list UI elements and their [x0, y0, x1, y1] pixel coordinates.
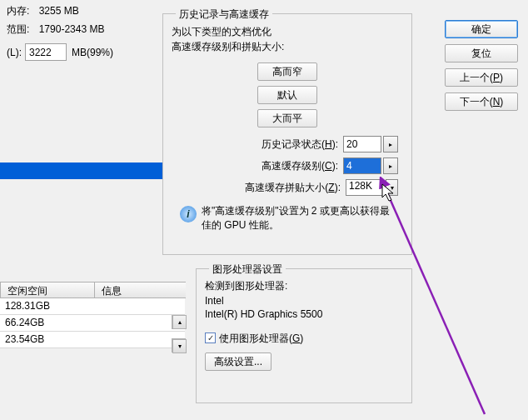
th-info[interactable]: 信息	[94, 282, 186, 298]
history-input[interactable]	[343, 136, 381, 152]
advanced-settings-button[interactable]: 高级设置...	[205, 352, 271, 371]
cache-level-row: 高速缓存级别(C): ▸	[172, 158, 398, 174]
memory-unit: MB(99%)	[72, 47, 113, 58]
memory-panel: 内存: 3255 MB 范围: 1790-2343 MB (L): MB(99%…	[0, 0, 158, 61]
info-text: 将"高速缓存级别"设置为 2 或更高以获得最佳的 GPU 性能。	[202, 204, 398, 232]
preset-buttons: 高而窄 默认 大而平	[172, 62, 403, 128]
chevron-down-icon[interactable]: ▾	[386, 179, 398, 196]
memory-input[interactable]	[25, 43, 67, 61]
cache-level-stepper[interactable]: ▸	[343, 158, 398, 174]
tile-size-value[interactable]: 128K	[346, 179, 384, 196]
gpu-model: Intel(R) HD Graphics 5500	[205, 308, 403, 320]
memory-row: 内存: 3255 MB	[7, 4, 158, 18]
cache-line1: 为以下类型的文档优化	[172, 24, 403, 39]
triangle-right-icon[interactable]: ▸	[383, 158, 398, 174]
cache-legend: 历史记录与高速缓存	[176, 8, 272, 22]
th-free-space[interactable]: 空闲空间	[0, 282, 94, 298]
gpu-legend: 图形处理器设置	[209, 262, 286, 277]
cache-level-label: 高速缓存级别(C):	[262, 159, 338, 173]
memory-input-label: (L):	[7, 47, 22, 58]
ok-button[interactable]: 确定	[445, 20, 518, 38]
gpu-vendor: Intel	[205, 295, 403, 307]
range-row: 范围: 1790-2343 MB	[7, 22, 158, 37]
tile-size-select[interactable]: 128K ▾	[346, 179, 398, 196]
memory-value: 3255 MB	[39, 5, 79, 17]
table-header: 空闲空间 信息	[0, 282, 187, 298]
cache-frame: 历史记录与高速缓存 为以下类型的文档优化 高速缓存级别和拼贴大小: 高而窄 默认…	[162, 13, 412, 255]
history-stepper[interactable]: ▸	[343, 136, 398, 152]
history-row: 历史记录状态(H): ▸	[172, 136, 398, 152]
table-row[interactable]: 23.54GB	[0, 332, 185, 348]
disk-table: 空闲空间 信息 128.31GB 66.24GB 23.54GB ▴ ▾	[0, 282, 187, 348]
dialog-buttons: 确定 复位 上一个(P) 下一个(N)	[445, 20, 518, 111]
next-button[interactable]: 下一个(N)	[445, 92, 518, 111]
range-label: 范围:	[7, 23, 29, 35]
checkbox-checked-icon[interactable]: ✓	[205, 332, 216, 343]
cache-line2: 高速缓存级别和拼贴大小:	[172, 39, 403, 54]
preset-tall-button[interactable]: 高而窄	[257, 62, 317, 81]
use-gpu-label: 使用图形处理器(G)	[219, 332, 303, 346]
tile-size-label: 高速缓存拼贴大小(Z):	[245, 181, 341, 195]
range-value: 1790-2343 MB	[39, 23, 105, 35]
cache-level-input[interactable]	[343, 158, 381, 174]
tile-size-row: 高速缓存拼贴大小(Z): 128K ▾	[172, 179, 398, 196]
gpu-detect-label: 检测到图形处理器:	[205, 279, 403, 293]
triangle-right-icon[interactable]: ▸	[383, 136, 398, 152]
history-label: 历史记录状态(H):	[262, 138, 338, 152]
table-row[interactable]: 66.24GB	[0, 315, 185, 332]
info-row: i 将"高速缓存级别"设置为 2 或更高以获得最佳的 GPU 性能。	[180, 204, 398, 232]
info-icon: i	[180, 206, 197, 222]
memory-input-row: (L): MB(99%)	[7, 43, 158, 61]
reset-button[interactable]: 复位	[445, 44, 518, 62]
preset-default-button[interactable]: 默认	[257, 86, 317, 104]
scroll-up-icon[interactable]: ▴	[172, 315, 187, 329]
memory-label: 内存:	[7, 5, 29, 17]
scroll-down-icon[interactable]: ▾	[172, 339, 187, 353]
prev-button[interactable]: 上一个(P)	[445, 68, 518, 87]
table-body: 128.31GB 66.24GB 23.54GB	[0, 298, 187, 348]
gpu-frame: 图形处理器设置 检测到图形处理器: Intel Intel(R) HD Grap…	[196, 268, 412, 403]
table-row[interactable]: 128.31GB	[0, 298, 185, 315]
use-gpu-row[interactable]: ✓ 使用图形处理器(G)	[205, 332, 403, 346]
preset-big-button[interactable]: 大而平	[257, 109, 317, 128]
